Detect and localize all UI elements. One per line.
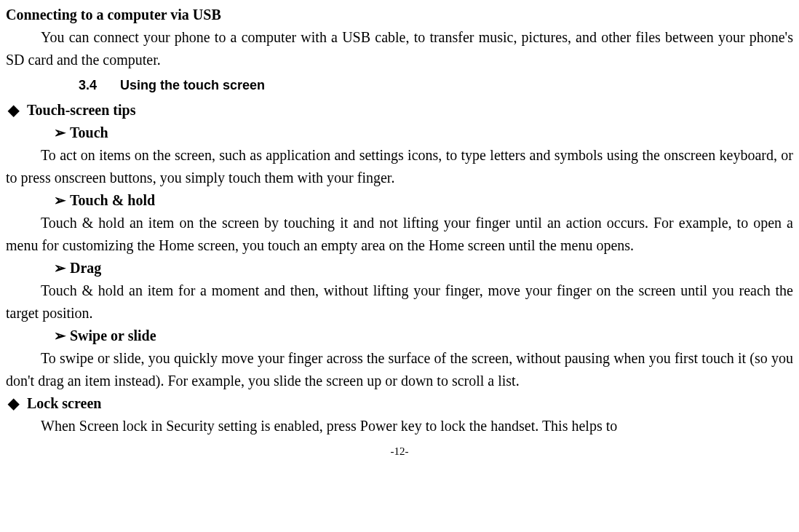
page-number: -12- (6, 443, 793, 460)
subitem-touch-hold: ➢Touch & hold (6, 189, 793, 212)
subitem-label: Drag (70, 260, 101, 276)
bullet-lock-screen: ◆Lock screen (6, 392, 793, 415)
section-heading: 3.4 Using the touch screen (6, 76, 793, 96)
paragraph-swipe: To swipe or slide, you quickly move your… (6, 347, 793, 392)
diamond-icon: ◆ (8, 99, 27, 122)
arrow-icon: ➢ (54, 122, 70, 144)
bullet-label: Lock screen (27, 395, 101, 411)
section-title: Using the touch screen (120, 78, 265, 92)
heading-connecting-usb: Connecting to a computer via USB (6, 4, 793, 26)
subitem-swipe: ➢Swipe or slide (6, 325, 793, 347)
arrow-icon: ➢ (54, 257, 70, 279)
bullet-touchscreen-tips: ◆Touch-screen tips (6, 99, 793, 122)
subitem-label: Swipe or slide (70, 327, 156, 344)
diamond-icon: ◆ (8, 392, 27, 415)
bullet-label: Touch-screen tips (27, 102, 135, 118)
paragraph-touch: To act on items on the screen, such as a… (6, 144, 793, 189)
subitem-drag: ➢Drag (6, 257, 793, 279)
subitem-label: Touch & hold (70, 192, 155, 208)
paragraph-lock: When Screen lock in Security setting is … (6, 415, 793, 437)
section-number: 3.4 (79, 76, 116, 96)
arrow-icon: ➢ (54, 325, 70, 347)
paragraph-touch-hold: Touch & hold an item on the screen by to… (6, 212, 793, 257)
subitem-label: Touch (70, 124, 108, 140)
paragraph-drag: Touch & hold an item for a moment and th… (6, 279, 793, 325)
arrow-icon: ➢ (54, 189, 70, 212)
paragraph-usb: You can connect your phone to a computer… (6, 26, 793, 71)
subitem-touch: ➢Touch (6, 122, 793, 144)
